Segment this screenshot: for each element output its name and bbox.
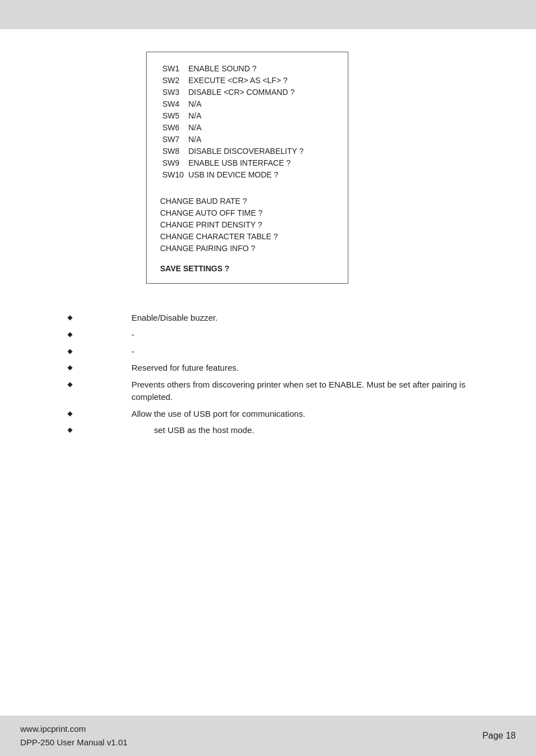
settings-box: SW1ENABLE SOUND ?SW2EXECUTE <CR> AS <LF>… [146,52,348,284]
sw-desc: N/A [186,121,306,133]
misc-item: CHANGE CHARACTER TABLE ? [160,230,332,242]
footer-page: Page 18 [482,731,516,741]
sw-desc: ENABLE SOUND ? [186,62,306,74]
sw-row: SW3DISABLE <CR> COMMAND ? [160,86,306,98]
bottom-bar: www.ipcprint.com DPP-250 User Manual v1.… [0,716,536,756]
sw-label: SW1 [160,62,186,74]
sw-label: SW5 [160,110,186,121]
sw-desc: N/A [186,98,306,110]
bullet-diamond-icon: ◆ [67,313,75,321]
bullet-item: ◆set USB as the host mode. [67,424,502,436]
sw-row: SW2EXECUTE <CR> AS <LF> ? [160,74,306,86]
misc-item: CHANGE BAUD RATE ? [160,195,332,207]
bullet-diamond-icon: ◆ [67,380,75,388]
sw-row: SW10USB IN DEVICE MODE ? [160,168,306,180]
bullet-diamond-icon: ◆ [67,347,75,355]
top-bar [0,0,536,29]
sw-desc: USB IN DEVICE MODE ? [186,168,306,180]
sw-label: SW7 [160,133,186,145]
bullet-text: Allow the use of USB port for communicat… [131,408,502,420]
bullet-diamond-icon: ◆ [67,363,75,371]
sw-label: SW2 [160,74,186,86]
bullet-list: ◆Enable/Disable buzzer.◆-◆-◆Reserved for… [67,312,502,436]
sw-label: SW6 [160,121,186,133]
sw-row: SW4N/A [160,98,306,110]
bullet-diamond-icon: ◆ [67,409,75,417]
sw-desc: N/A [186,110,306,121]
sw-row: SW8DISABLE DISCOVERABELITY ? [160,145,306,157]
sw-desc: DISABLE <CR> COMMAND ? [186,86,306,98]
bullet-item: ◆Prevents others from discovering printe… [67,379,502,403]
sw-row: SW7N/A [160,133,306,145]
sw-row: SW9ENABLE USB INTERFACE ? [160,157,306,168]
footer-manual: DPP-250 User Manual v1.01 [20,736,128,749]
misc-item: CHANGE AUTO OFF TIME ? [160,207,332,218]
footer-website: www.ipcprint.com [20,722,128,736]
sw-desc: EXECUTE <CR> AS <LF> ? [186,74,306,86]
bullet-text: Prevents others from discovering printer… [131,379,502,403]
bullet-text: set USB as the host mode. [154,424,502,436]
bullet-item: ◆- [67,345,502,358]
save-settings: SAVE SETTINGS ? [160,264,332,273]
sw-label: SW10 [160,168,186,180]
sw-label: SW3 [160,86,186,98]
footer-left: www.ipcprint.com DPP-250 User Manual v1.… [20,722,128,749]
sw-label: SW8 [160,145,186,157]
sw-label: SW4 [160,98,186,110]
misc-items: CHANGE BAUD RATE ?CHANGE AUTO OFF TIME ?… [160,195,332,254]
bullet-text: - [131,329,502,341]
misc-item: CHANGE PRINT DENSITY ? [160,218,332,230]
sw-row: SW6N/A [160,121,306,133]
bullet-item: ◆Reserved for future features. [67,362,502,374]
bullet-diamond-icon: ◆ [67,330,75,338]
main-content: SW1ENABLE SOUND ?SW2EXECUTE <CR> AS <LF>… [0,29,536,463]
sw-label: SW9 [160,157,186,168]
sw-row: SW5N/A [160,110,306,121]
bullet-text: Enable/Disable buzzer. [131,312,502,324]
sw-desc: DISABLE DISCOVERABELITY ? [186,145,306,157]
sw-desc: ENABLE USB INTERFACE ? [186,157,306,168]
bullet-text: - [131,345,502,358]
bullet-diamond-icon: ◆ [67,426,75,434]
bullet-item: ◆Enable/Disable buzzer. [67,312,502,324]
misc-item: CHANGE PAIRING INFO ? [160,242,332,254]
bullet-item: ◆- [67,329,502,341]
sw-table: SW1ENABLE SOUND ?SW2EXECUTE <CR> AS <LF>… [160,62,306,180]
sw-desc: N/A [186,133,306,145]
sw-row: SW1ENABLE SOUND ? [160,62,306,74]
bullet-item: ◆Allow the use of USB port for communica… [67,408,502,420]
bullet-text: Reserved for future features. [131,362,502,374]
